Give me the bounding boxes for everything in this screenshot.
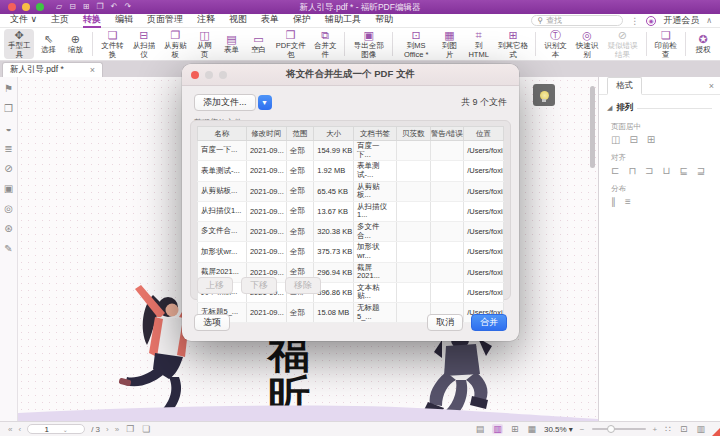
toolbar-button[interactable]: ⊡ 到MS Office * xyxy=(397,29,436,59)
align-icon[interactable]: ⊒ xyxy=(697,165,705,176)
toolbar-button[interactable]: Ⓣ 识别文本 xyxy=(540,29,570,59)
search-input[interactable]: ⚲ 查找 xyxy=(531,15,623,26)
menu-item[interactable]: 保护 xyxy=(293,13,311,28)
menu-item[interactable]: 辅助工具 xyxy=(325,13,361,28)
zoom-window-button[interactable] xyxy=(36,3,44,11)
toolbar-button[interactable]: ❒ PDF文件包 xyxy=(273,29,309,59)
toolbar-button[interactable]: ⌗ 到 HTML xyxy=(463,29,493,59)
file-table-row[interactable]: 从剪贴板... 2021-09... 全部 65.45 KB 从剪贴板... /… xyxy=(198,181,504,201)
toolbar-button[interactable]: ❐ 从剪贴板 xyxy=(160,29,190,59)
toolbar-button[interactable]: ❏ 文件转换 xyxy=(97,29,127,59)
move-down-button[interactable]: 下移 xyxy=(241,277,277,294)
file-table-column-header[interactable]: 文档书签 xyxy=(354,127,397,141)
zoom-level-label[interactable]: 30.5% ▾ xyxy=(544,425,573,434)
menu-item[interactable]: 页面管理 xyxy=(147,13,183,28)
toolbar-button[interactable]: ⧉ 合并文件 xyxy=(310,29,340,59)
left-rail-icon[interactable]: ✎ xyxy=(4,243,12,254)
left-rail-icon[interactable]: ⚑ xyxy=(4,83,13,94)
merge-button[interactable]: 合并 xyxy=(471,314,507,331)
toolbar-button[interactable]: ⊟ 从扫描仪 xyxy=(129,29,159,59)
file-table-column-header[interactable]: 修改时间 xyxy=(246,127,286,141)
menu-item[interactable]: 主页 xyxy=(51,13,69,28)
close-window-button[interactable] xyxy=(8,3,16,11)
close-panel-icon[interactable]: × xyxy=(709,81,714,91)
zoom-in-button[interactable]: + xyxy=(653,425,658,434)
zoom-slider[interactable] xyxy=(592,428,646,430)
toolbar-button[interactable]: ▤ 表单 xyxy=(219,29,245,59)
more-options-icon[interactable]: ⋮ xyxy=(630,16,639,26)
add-files-button[interactable]: 添加文件... xyxy=(194,94,256,111)
menu-item[interactable]: 表单 xyxy=(261,13,279,28)
menu-item[interactable]: 视图 xyxy=(229,13,247,28)
toolbar-button[interactable]: ⊞ 到其它格式 xyxy=(495,29,531,59)
file-table-column-header[interactable]: 大小 xyxy=(314,127,354,141)
section-collapse-icon[interactable]: ◢ xyxy=(607,104,612,112)
previous-page-button[interactable]: ‹ xyxy=(18,425,21,434)
file-table-row[interactable]: 从扫描仪1... 2021-09... 全部 13.67 KB 从扫描仪1...… xyxy=(198,201,504,221)
align-icon[interactable]: ⊏ xyxy=(611,165,619,176)
left-rail-icon[interactable]: ◒ xyxy=(5,123,11,134)
quick-access-icon[interactable]: ❐ xyxy=(97,0,104,14)
vertical-scrollbar[interactable] xyxy=(590,86,595,168)
file-table-row[interactable]: 表单测试-... 2021-09... 全部 1.92 MB 表单测试-... … xyxy=(198,161,504,181)
page-number-input[interactable]: 1 ⌄ xyxy=(27,424,85,434)
zoom-out-button[interactable]: − xyxy=(580,425,585,434)
file-table-row[interactable]: 百度一下... 2021-09... 全部 154.99 KB 百度一下... … xyxy=(198,141,504,161)
align-icon[interactable]: ⊐ xyxy=(645,165,653,176)
file-table-column-header[interactable]: 警告/错误 xyxy=(430,127,464,141)
align-icon[interactable]: ⊓ xyxy=(628,165,636,176)
left-rail-icon[interactable]: ❐ xyxy=(4,103,13,114)
quick-access-icon[interactable]: ▱ xyxy=(56,0,62,14)
toolbar-button[interactable]: ✪ 授权 xyxy=(690,29,716,59)
collapse-ribbon-icon[interactable]: ∧ xyxy=(706,16,712,25)
toolbar-button[interactable]: ⊘ 疑似错误结果 xyxy=(603,29,642,59)
left-rail-icon[interactable]: ≣ xyxy=(4,143,12,154)
last-page-button[interactable]: » xyxy=(115,425,119,434)
toolbar-button[interactable]: ⊕ 缩放 xyxy=(62,29,88,59)
align-icon[interactable]: ⊔ xyxy=(663,165,671,176)
file-table-column-header[interactable]: 位置 xyxy=(464,127,504,141)
quick-access-icon[interactable]: ⊞ xyxy=(83,0,90,14)
add-files-dropdown-icon[interactable]: ▼ xyxy=(258,95,272,110)
quick-access-icon[interactable]: ↶ xyxy=(111,0,118,14)
membership-button[interactable]: 开通会员 xyxy=(663,14,699,27)
remove-button[interactable]: 移除 xyxy=(285,277,321,294)
file-table-column-header[interactable]: 范围 xyxy=(286,127,314,141)
left-rail-icon[interactable]: ⊛ xyxy=(4,223,12,234)
account-avatar-icon[interactable]: ◉ xyxy=(646,16,656,26)
toolbar-button[interactable]: ▭ 空白 xyxy=(246,29,272,59)
options-button[interactable]: 选项 xyxy=(194,314,230,331)
menu-item[interactable]: 编辑 xyxy=(115,13,133,28)
cancel-button[interactable]: 取消 xyxy=(427,314,463,331)
quick-access-icon[interactable]: ⊟ xyxy=(69,0,76,14)
minimize-window-button[interactable] xyxy=(22,3,30,11)
first-page-button[interactable]: « xyxy=(8,425,12,434)
zoom-slider-knob[interactable] xyxy=(607,425,615,433)
view-mode-1-icon[interactable]: ▤ xyxy=(475,424,486,434)
left-rail-icon[interactable]: ⊘ xyxy=(4,163,12,174)
page-center-icon[interactable]: ⊟ xyxy=(629,134,637,145)
menu-item[interactable]: 注释 xyxy=(197,13,215,28)
align-icon[interactable]: ⊑ xyxy=(679,165,687,176)
menu-item[interactable]: 帮助 xyxy=(375,13,393,28)
page-center-icon[interactable]: ⊞ xyxy=(647,134,655,145)
toolbar-button[interactable]: ⇖ 选择 xyxy=(35,29,61,59)
continuous-view-icon[interactable]: ❏ xyxy=(141,424,151,434)
close-tab-icon[interactable]: × xyxy=(90,65,95,75)
menu-item[interactable]: 转换 xyxy=(83,13,101,28)
toolbar-button[interactable]: ✥ 手型工具 xyxy=(4,29,34,59)
document-tab[interactable]: 新人引导.pdf * × xyxy=(2,62,103,77)
view-mode-4-icon[interactable]: ▦ xyxy=(526,424,537,434)
left-rail-icon[interactable]: ▣ xyxy=(4,183,13,194)
toolbar-button[interactable]: ◫ 从网页 xyxy=(192,29,218,59)
page-center-icon[interactable]: ◫ xyxy=(611,134,620,145)
format-panel-tab[interactable]: 格式 xyxy=(607,77,642,95)
file-table-column-header[interactable]: 名称 xyxy=(198,127,247,141)
toolbar-button[interactable]: ◎ 快速识别 xyxy=(572,29,602,59)
toolbar-button[interactable]: ▦ 到图片 xyxy=(436,29,462,59)
distribute-icon[interactable]: ≡ xyxy=(625,196,631,207)
fit-width-icon[interactable]: ⊡ xyxy=(679,424,689,434)
file-table-column-header[interactable]: 贝茨数 xyxy=(396,127,430,141)
menu-item[interactable]: 文件 ∨ xyxy=(10,13,37,28)
distribute-icon[interactable]: ∥ xyxy=(611,196,616,207)
